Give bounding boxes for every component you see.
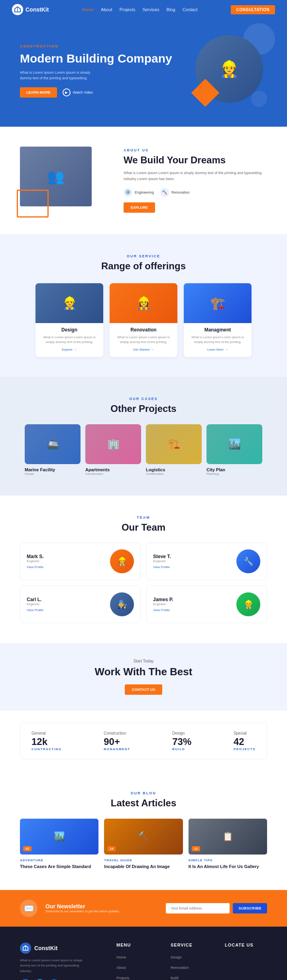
- project-marine-image: 🚢: [25, 424, 81, 464]
- hero-description: What is Lorem Ipsum Lorem ipsum is simpl…: [20, 70, 100, 81]
- footer-logo: ConstKit: [20, 943, 104, 954]
- nav-link-services[interactable]: Services: [142, 7, 159, 12]
- learn-more-button[interactable]: LEARN MORE: [20, 87, 57, 98]
- service-renovation-name: Renovation: [110, 327, 177, 333]
- team-james-link[interactable]: View Profile: [153, 608, 232, 612]
- nav-link-contact[interactable]: Contact: [183, 7, 198, 12]
- hero-actions: LEARN MORE ▶ Watch Video: [20, 87, 187, 98]
- service-management-name: Managment: [184, 327, 252, 333]
- feature-engineering: ⚙️ Engineering: [124, 188, 154, 197]
- service-renovation-image: 👷‍♀️: [110, 283, 177, 323]
- stat-construction-desc: Construction: [104, 731, 130, 735]
- project-logistics: 🏗️ Logistics Construction: [146, 424, 202, 476]
- feature-renovation-label: Renovation: [171, 190, 190, 194]
- about-tag: ABOUT US: [124, 148, 267, 152]
- watch-video-label: Watch Video: [73, 90, 93, 94]
- footer-service-col: SERVICE Design Renovation Build Manageme…: [171, 943, 213, 980]
- team-tag: TEAM: [20, 515, 267, 519]
- project-apartments-image: 🏢: [85, 424, 141, 464]
- newsletter-email-input[interactable]: [166, 903, 230, 913]
- explore-button[interactable]: EXPLORE: [124, 202, 155, 213]
- stat-design-label: BUILD: [172, 747, 191, 751]
- nav-link-home[interactable]: Home: [82, 7, 94, 12]
- team-card-carl: Carl L. Engineer View Profile 👨‍🔧: [20, 586, 141, 623]
- project-cityplan-name: City Plan: [206, 467, 262, 472]
- team-steve-avatar: 🔧: [236, 549, 260, 573]
- cta-subtitle: Start Today: [20, 659, 267, 663]
- blog-article-tag-3: Simple Tips: [189, 858, 267, 862]
- nav-link-projects[interactable]: Projects: [120, 7, 136, 12]
- team-section: TEAM Our Team Mark S. Engineer View Prof…: [0, 496, 287, 643]
- hero-dot-small: [251, 91, 267, 107]
- watch-video-button[interactable]: ▶ Watch Video: [63, 88, 93, 96]
- projects-title: Other Projects: [20, 403, 267, 415]
- services-title-block: OUR SERVICE Range of offerings: [20, 254, 267, 272]
- service-renovation-link[interactable]: Get Started →: [110, 348, 177, 351]
- service-design-name: Design: [35, 327, 103, 333]
- team-james-avatar: 👷‍♂️: [236, 592, 260, 616]
- newsletter-form: SUBSCRIBE: [166, 903, 267, 913]
- footer-link-home[interactable]: Home: [116, 953, 159, 960]
- service-card-design: 👷‍♂️ Design What is Lorem ipsum Lorem ip…: [35, 283, 103, 357]
- team-carl-role: Engineer: [27, 602, 105, 606]
- arrow-right-icon: →: [74, 348, 77, 351]
- stat-general: General 12k CONTRACTING: [31, 731, 62, 751]
- navbar: ConstKit Home About Projects Services Bl…: [0, 0, 287, 19]
- stats-card: General 12k CONTRACTING Construction 90+…: [20, 723, 267, 759]
- team-mark-link[interactable]: View Profile: [27, 565, 105, 569]
- team-carl-avatar: 👨‍🔧: [110, 592, 134, 616]
- footer-locate-title: LOCATE US: [225, 943, 267, 947]
- service-design-image: 👷‍♂️: [35, 283, 103, 323]
- contact-us-button[interactable]: CONTACT US: [125, 684, 162, 695]
- team-steve-info: Steve T. Engineer View Profile: [153, 554, 232, 569]
- footer-service-title: SERVICE: [171, 943, 213, 947]
- subscribe-button[interactable]: SUBSCRIBE: [233, 903, 267, 913]
- stat-special-label: PROJECTS: [234, 747, 256, 751]
- renovation-icon: 🔨: [160, 188, 169, 197]
- team-grid: Mark S. Engineer View Profile 👷 Steve T.…: [20, 543, 267, 623]
- blog-article-tag-1: Adventure: [20, 858, 98, 862]
- stat-construction-value: 90+: [104, 736, 130, 747]
- footer-service-design[interactable]: Design: [171, 953, 213, 960]
- arrow-right-icon: →: [151, 348, 154, 351]
- logo-text: ConstKit: [26, 6, 49, 13]
- team-james-name: James P.: [153, 597, 232, 602]
- stat-special-value: 42: [234, 736, 256, 747]
- blog-card-2: 🔨 14 Travel Guide Incapable Of Drawing A…: [104, 819, 183, 870]
- nav-link-about[interactable]: About: [101, 7, 112, 12]
- consultation-button[interactable]: CONSULTATION: [231, 5, 275, 14]
- team-steve-link[interactable]: View Profile: [153, 565, 232, 569]
- footer-service-renovation[interactable]: Renovation: [171, 963, 213, 970]
- project-marine-name: Marine Facility: [25, 467, 81, 472]
- newsletter-text: Our Newsletter Subscribe to our newslett…: [45, 903, 158, 913]
- projects-section: OUR CASES Other Projects 🚢 Marine Facili…: [0, 377, 287, 496]
- service-management-image: 🏗️: [184, 283, 252, 323]
- newsletter-section: ✉️ Our Newsletter Subscribe to our newsl…: [0, 890, 287, 927]
- team-card-james: James P. Engineer View Profile 👷‍♂️: [146, 586, 267, 623]
- footer-menu-title: MENU: [116, 943, 159, 947]
- project-logistics-image: 🏗️: [146, 424, 202, 464]
- service-management-desc: What is Lorem ipsum Lorem ipsum is simpl…: [184, 335, 252, 345]
- service-design-link[interactable]: Explore →: [35, 348, 103, 351]
- footer-link-projects[interactable]: Projects: [116, 974, 159, 980]
- engineering-icon: ⚙️: [124, 188, 132, 197]
- stat-special-desc: Special: [234, 731, 256, 735]
- project-marine-cat: Ocean: [25, 472, 81, 476]
- team-title: Our Team: [20, 522, 267, 533]
- stat-general-value: 12k: [31, 736, 62, 747]
- footer-link-about[interactable]: About: [116, 963, 159, 970]
- team-steve-name: Steve T.: [153, 554, 232, 559]
- team-carl-link[interactable]: View Profile: [27, 608, 105, 612]
- footer: ConstKit What is Lorem ipsum Lorem ipsum…: [0, 927, 287, 980]
- stat-construction: Construction 90+ MANAGMENT: [104, 731, 130, 751]
- about-title: We Build Your Dreams: [124, 155, 267, 166]
- hero-section: CONSTRUCTION Modern Building Company Wha…: [0, 19, 287, 127]
- footer-brand: ConstKit What is Lorem ipsum Lorem ipsum…: [20, 943, 104, 980]
- blog-section: OUR BLOG Latest Articles 🏙️ 02 Adventure…: [0, 771, 287, 890]
- service-management-link[interactable]: Learn More →: [184, 348, 252, 351]
- footer-service-build[interactable]: Build: [171, 974, 213, 980]
- logo[interactable]: ConstKit: [12, 4, 49, 15]
- team-mark-name: Mark S.: [27, 554, 105, 559]
- blog-image-3: 📋 13: [189, 819, 267, 855]
- nav-link-blog[interactable]: Blog: [167, 7, 175, 12]
